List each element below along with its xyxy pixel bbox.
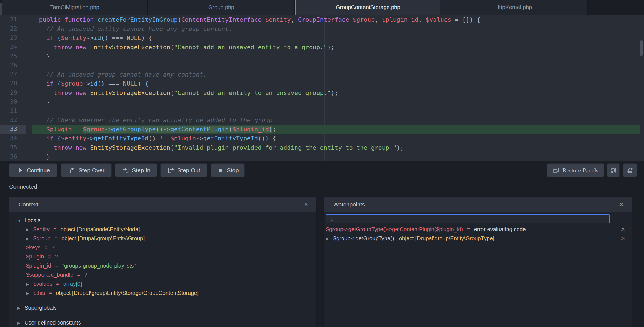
- code-line-26[interactable]: 26: [0, 61, 644, 70]
- variable-row-supported-bundle[interactable]: $supported_bundle=?: [9, 270, 316, 279]
- continue-button[interactable]: Continue: [9, 163, 57, 177]
- code-line-35[interactable]: 35 throw new EntityStorageException("Inv…: [0, 143, 644, 152]
- watchpoint-row[interactable]: $group->getGroupType()->getContentPlugin…: [324, 225, 632, 234]
- code-text[interactable]: }: [32, 52, 50, 61]
- code-text[interactable]: throw new EntityStorageException("Invali…: [32, 143, 404, 152]
- code-text[interactable]: public function createForEntityInGroup(C…: [32, 15, 480, 24]
- tab-httpkernel-php[interactable]: HttpKernel.php: [440, 0, 588, 15]
- code-line-22[interactable]: 22 // An unsaved entity cannot have any …: [0, 24, 644, 33]
- code-editor[interactable]: 21 public function createForEntityInGrou…: [0, 15, 644, 161]
- variable-row-entity[interactable]: ▶$entity=object [Drupal\node\Entity\Node…: [9, 225, 316, 234]
- code-text[interactable]: $plugin = $group->getGroupType()->getCon…: [32, 125, 276, 134]
- restore-icon: [552, 167, 560, 174]
- code-text[interactable]: if ($entity->getEntityTypeId() != $plugi…: [32, 134, 276, 143]
- equals-sign: =: [53, 226, 57, 233]
- code-text[interactable]: throw new EntityStorageException("Cannot…: [32, 43, 334, 52]
- step-over-button[interactable]: Step Over: [61, 163, 112, 177]
- code-text[interactable]: if ($entity->id() === NULL) {: [32, 33, 152, 42]
- variable-name: $keys: [26, 244, 40, 251]
- dock-right-button[interactable]: [607, 163, 620, 177]
- code-line-33[interactable]: 33 $plugin = $group->getGroupType()->get…: [0, 125, 644, 134]
- watch-value: object [Drupal\group\Entity\GroupType]: [399, 235, 494, 242]
- chevron-down-icon[interactable]: ▼: [17, 218, 25, 223]
- line-number[interactable]: 23: [0, 33, 26, 42]
- code-line-23[interactable]: 23 if ($entity->id() === NULL) {: [0, 33, 644, 42]
- tab-group-php[interactable]: Group.php: [148, 0, 295, 15]
- line-number[interactable]: 25: [0, 52, 26, 61]
- step-in-icon: [122, 167, 129, 174]
- code-line-27[interactable]: 27 // An unsaved group cannot have any c…: [0, 70, 644, 79]
- code-text[interactable]: // Check whether the entity can actually…: [32, 116, 276, 125]
- tab-bar: TamCiMigration.phpGroup.phpGroupContentS…: [0, 0, 644, 15]
- code-text[interactable]: }: [32, 97, 50, 107]
- remove-watchpoint-icon[interactable]: ×: [621, 235, 625, 242]
- watchpoint-row[interactable]: ▶$group->getGroupType()object [Drupal\gr…: [324, 234, 632, 243]
- tab-groupcontentstorage-php[interactable]: GroupContentStorage.php: [295, 0, 440, 15]
- code-text[interactable]: // An unsaved entity cannot have any gro…: [32, 24, 232, 33]
- code-line-29[interactable]: 29 throw new EntityStorageException("Can…: [0, 88, 644, 97]
- code-text[interactable]: // An unsaved group cannot have any cont…: [32, 70, 207, 79]
- code-line-34[interactable]: 34 if ($entity->getEntityTypeId() != $pl…: [0, 134, 644, 143]
- context-section-locals[interactable]: ▼Locals: [9, 216, 316, 225]
- context-section-superglobals[interactable]: ▶Superglobals: [9, 303, 316, 312]
- vertical-scrollbar-thumb[interactable]: [640, 40, 643, 56]
- line-number[interactable]: 35: [0, 143, 26, 152]
- dock-right-icon: [610, 167, 617, 174]
- chevron-right-icon[interactable]: ▶: [26, 291, 33, 295]
- variable-row-values[interactable]: ▶$values=array[0]: [9, 279, 316, 288]
- tab-tamcimigration-php[interactable]: TamCiMigration.php: [2, 0, 148, 15]
- line-number[interactable]: 24: [0, 43, 26, 52]
- code-line-24[interactable]: 24 throw new EntityStorageException("Can…: [0, 43, 644, 52]
- line-number[interactable]: 26: [0, 61, 26, 70]
- restore-panels-button[interactable]: Restore Panels: [547, 163, 604, 177]
- line-number[interactable]: 27: [0, 70, 26, 79]
- dock-bottom-icon: [626, 167, 634, 174]
- step-out-button[interactable]: Step Out: [160, 163, 207, 177]
- line-number[interactable]: 34: [0, 134, 26, 143]
- line-number[interactable]: 22: [0, 24, 26, 33]
- code-line-25[interactable]: 25 }: [0, 52, 644, 61]
- code-line-31[interactable]: 31: [0, 107, 644, 116]
- code-line-36[interactable]: 36 }: [0, 152, 644, 161]
- chevron-right-icon[interactable]: ▶: [17, 321, 25, 325]
- line-number[interactable]: 28: [0, 79, 26, 88]
- close-icon[interactable]: ×: [619, 201, 623, 208]
- code-line-21[interactable]: 21 public function createForEntityInGrou…: [0, 15, 644, 24]
- tab-label: TamCiMigration.php: [50, 4, 99, 10]
- chevron-right-icon[interactable]: ▶: [26, 282, 33, 286]
- stop-button[interactable]: Stop: [211, 163, 245, 177]
- variable-name: $plugin: [26, 254, 44, 260]
- code-text[interactable]: }: [32, 152, 50, 161]
- dock-bottom-button[interactable]: [623, 163, 637, 177]
- chevron-right-icon[interactable]: ▶: [26, 227, 33, 232]
- line-number[interactable]: 29: [0, 88, 26, 97]
- code-line-30[interactable]: 30 }: [0, 97, 644, 107]
- code-line-28[interactable]: 28 if ($group->id() === NULL) {: [0, 79, 644, 88]
- button-label: Step Over: [79, 167, 105, 174]
- chevron-right-icon[interactable]: ▶: [326, 236, 333, 241]
- line-number[interactable]: 30: [0, 97, 26, 107]
- close-icon[interactable]: ×: [304, 201, 308, 208]
- context-section-user-defined-constants[interactable]: ▶User defined constants: [9, 318, 316, 327]
- variable-row-plugin[interactable]: $plugin=?: [9, 252, 316, 261]
- code-line-32[interactable]: 32 // Check whether the entity can actua…: [0, 116, 644, 125]
- watchpoint-expression-input[interactable]: 1: [326, 214, 610, 223]
- line-number[interactable]: 36: [0, 152, 26, 161]
- variable-row-group[interactable]: ▶$group=object [Drupal\group\Entity\Grou…: [9, 234, 316, 243]
- chevron-right-icon[interactable]: ▶: [17, 306, 25, 310]
- code-text[interactable]: throw new EntityStorageException("Cannot…: [32, 88, 338, 97]
- variable-row-this[interactable]: ▶$this=object [Drupal\group\Entity\Stora…: [9, 288, 316, 298]
- variable-row-keys[interactable]: $keys=?: [9, 243, 316, 252]
- variable-row-plugin-id[interactable]: $plugin_id="groups-group_node-playlists": [9, 261, 316, 270]
- remove-watchpoint-icon[interactable]: ×: [621, 225, 625, 233]
- continue-icon: [17, 167, 24, 174]
- line-number[interactable]: 32: [0, 116, 26, 125]
- step-in-button[interactable]: Step In: [115, 163, 157, 177]
- line-number[interactable]: 31: [0, 107, 26, 116]
- chevron-right-icon[interactable]: ▶: [26, 236, 33, 241]
- watch-expression: $group->getGroupType()->getContentPlugin…: [326, 226, 463, 233]
- line-number[interactable]: 33: [0, 125, 26, 134]
- code-text[interactable]: if ($group->id() === NULL) {: [32, 79, 148, 88]
- line-number[interactable]: 21: [0, 15, 26, 24]
- variable-value: object [Drupal\node\Entity\Node]: [61, 226, 140, 233]
